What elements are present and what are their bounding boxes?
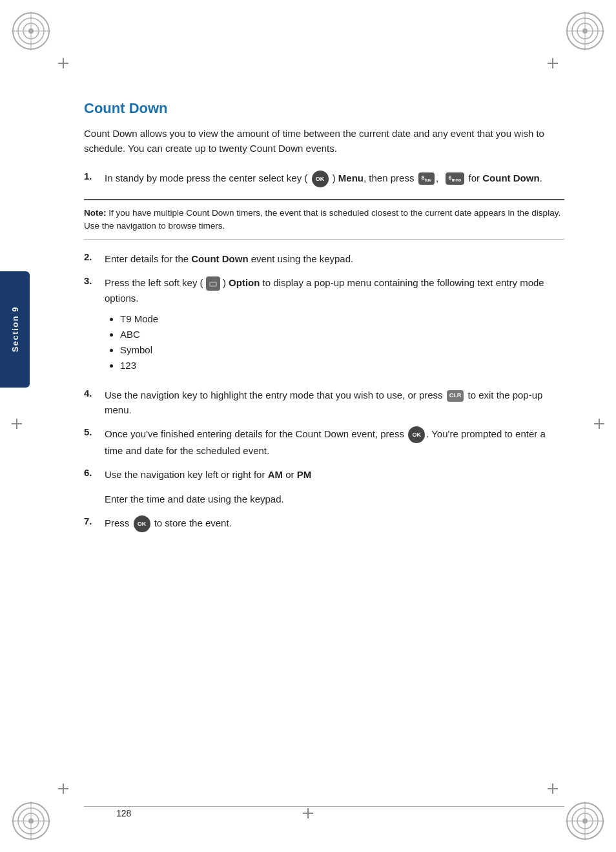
ok-button-icon-5: OK [408,426,425,443]
step-6: 6. Use the navigation key left or right … [84,467,564,482]
step-6b: Enter the time and date using the keypad… [105,492,564,506]
step-7: 7. Press OK to store the event. [84,515,564,532]
bullet-symbol: Symbol [120,342,564,358]
crosshair-bottom-center [303,808,313,818]
page-title: Count Down [84,100,564,117]
crosshair-mid-right [594,419,604,429]
step-5-num: 5. [84,426,105,437]
note-label: Note: [84,208,107,218]
step-2-num: 2. [84,251,105,262]
step-3: 3. Press the left soft key ( ) Option to… [84,275,564,378]
step-2: 2. Enter details for the Count Down even… [84,251,564,266]
corner-decoration-tr [566,12,604,50]
step-1-num: 1. [84,171,105,182]
step-3-num: 3. [84,275,105,286]
step-7-num: 7. [84,515,105,526]
main-content: Count Down Count Down allows you to view… [84,100,564,532]
note-body: If you have multiple Count Down timers, … [84,208,560,231]
svg-rect-25 [210,283,216,286]
bottom-line [84,806,564,807]
crosshair-bottom-left [58,784,68,794]
clr-button-icon: CLR [447,390,464,402]
note-box: Note: If you have multiple Count Down ti… [84,199,564,240]
section-tab: Section 9 [0,271,30,388]
crosshair-top-left [58,58,68,68]
step-1: 1. In standy by mode press the center se… [84,171,564,187]
corner-decoration-tl [12,12,50,50]
corner-decoration-br [566,802,604,840]
step-4-num: 4. [84,388,105,399]
step-2-text: Enter details for the Count Down event u… [105,251,564,266]
soft-key-icon [206,276,220,291]
crosshair-bottom-right [548,784,558,794]
note-text: Note: If you have multiple Count Down ti… [84,207,564,233]
step-5-text: Once you've finished entering details fo… [105,426,564,458]
bullet-t9: T9 Mode [120,311,564,327]
ok-button-icon-1: OK [312,171,329,187]
btn-6-icon: 6mno [446,172,465,185]
ok-button-icon-7: OK [134,515,150,532]
step-6-num: 6. [84,467,105,478]
bullet-abc: ABC [120,327,564,342]
crosshair-top-right [548,58,558,68]
btn-8-icon: 8tuv [418,172,435,185]
step-5: 5. Once you've finished entering details… [84,426,564,458]
option-list: T9 Mode ABC Symbol 123 [120,311,564,373]
step-4-text: Use the navigtion key to highlight the e… [105,388,564,418]
intro-paragraph: Count Down allows you to view the amount… [84,126,564,156]
crosshair-mid-left [12,419,22,429]
section-tab-label: Section 9 [10,306,20,352]
bullet-123: 123 [120,358,564,373]
page-number: 128 [116,808,131,818]
step-4: 4. Use the navigtion key to highlight th… [84,388,564,418]
step-3-text: Press the left soft key ( ) Option to di… [105,275,564,378]
step-1-text: In standy by mode press the center selec… [105,171,564,187]
corner-decoration-bl [12,802,50,840]
step-7-text: Press OK to store the event. [105,515,564,532]
step-6b-text: Enter the time and date using the keypad… [105,492,564,506]
step-6-text: Use the navigation key left or right for… [105,467,564,482]
